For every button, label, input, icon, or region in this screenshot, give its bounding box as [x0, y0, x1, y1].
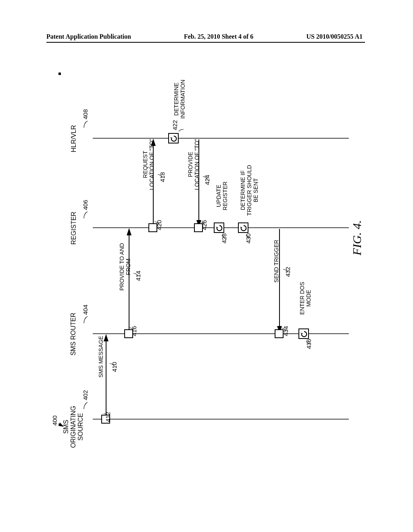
ref-414: 414 [135, 268, 142, 284]
participant-label-404: SMS ROUTER [70, 312, 77, 356]
ref-418: 418 [159, 169, 166, 185]
ref-436: 436 [305, 336, 312, 352]
ref-430: 430 [245, 231, 252, 247]
label-436: ENTER DOSMODE [299, 278, 312, 318]
ref-416: 416 [131, 323, 138, 339]
header-left: Patent Application Publication [46, 33, 131, 40]
label-410: SMS MESSAGE [98, 335, 104, 379]
ref-422: 422 [171, 117, 178, 133]
ref-432: 432 [284, 264, 291, 280]
participant-label-406: REGISTER [70, 209, 77, 247]
ref-406: 406 [82, 197, 89, 213]
label-430: DETERMINE IFTRIGGER SHOULDBE SENT [240, 164, 259, 216]
label-428: UPDATEREGISTER [215, 180, 228, 212]
ref-408: 408 [82, 106, 89, 123]
participant-label-408: HLR/VLR [70, 122, 77, 156]
header-right: US 2010/0050255 A1 [306, 33, 363, 40]
ref-412: 412 [104, 409, 111, 425]
ref-400: 400 [51, 413, 58, 429]
header-rule [46, 42, 365, 43]
ref-404: 404 [82, 302, 89, 318]
ref-420: 420 [156, 217, 163, 233]
figure-caption: FIG. 4. [350, 214, 364, 262]
label-418: REQUESTLOCATION OF "TO" [142, 134, 155, 195]
label-422: DETERMINEINFORMATION [173, 75, 186, 123]
ref-428: 428 [221, 231, 227, 247]
sequence-diagram: SMSORIGINATINGSOURCE SMS ROUTER REGISTER… [58, 73, 353, 447]
ref-434: 434 [282, 323, 289, 339]
participant-label-402: SMSORIGINATINGSOURCE [63, 405, 84, 449]
label-432: SEND TRIGGER [273, 237, 280, 285]
header-center: Feb. 25, 2010 Sheet 4 of 6 [184, 33, 253, 40]
ref-426: 426 [201, 217, 208, 233]
ref-402: 402 [82, 387, 89, 403]
ref-410: 410 [111, 359, 118, 375]
label-414: PROVIDE TO ANDFROM [119, 239, 131, 295]
participant-hlr-vlr [58, 73, 61, 75]
loop-422 [168, 133, 179, 143]
ref-424: 424 [204, 172, 211, 188]
label-424: PROVIDELOCATION OF "TO" [187, 134, 200, 195]
page-header: Patent Application Publication Feb. 25, … [0, 33, 413, 40]
